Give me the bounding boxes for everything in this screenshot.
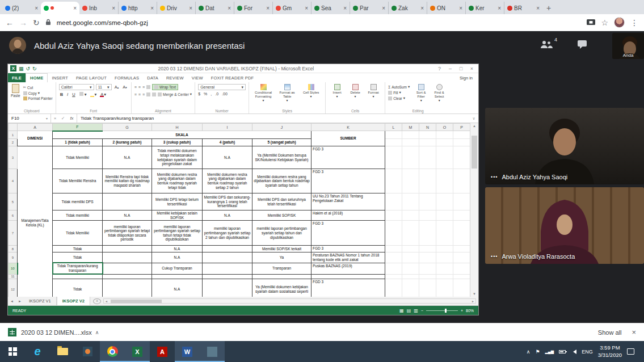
download-menu-icon[interactable]: ∧: [95, 330, 99, 335]
cell[interactable]: [203, 246, 252, 252]
bookmark-star-icon[interactable]: ☆: [601, 19, 608, 27]
row-number[interactable]: 1: [9, 131, 18, 139]
url-text[interactable]: meet.google.com/sme-qboh-gzj: [57, 19, 148, 26]
cell[interactable]: [402, 279, 419, 297]
vertical-scrollbar[interactable]: ▲ ▼: [470, 123, 478, 297]
tab-close-icon[interactable]: ×: [498, 5, 501, 11]
tab-close-icon[interactable]: ×: [266, 5, 270, 11]
cell[interactable]: [385, 169, 402, 193]
cell[interactable]: Tidak memiliki dokumen tetapi melaksanak…: [152, 146, 203, 169]
start-button[interactable]: [0, 341, 25, 362]
cell[interactable]: [203, 274, 252, 279]
formula-bar-expand-icon[interactable]: ∨: [469, 116, 478, 121]
tab-close-icon[interactable]: ×: [343, 5, 347, 11]
cell[interactable]: [436, 246, 453, 252]
cell[interactable]: [453, 274, 470, 279]
wrap-text-button[interactable]: Wrap Text: [152, 84, 178, 90]
cell[interactable]: memiliki laporan pertimbangan syariah se…: [152, 221, 203, 246]
column-header[interactable]: M: [402, 124, 419, 131]
cell[interactable]: [436, 146, 453, 169]
cell[interactable]: [312, 274, 385, 279]
cell-sumber-header[interactable]: SUMBER: [312, 131, 385, 146]
cell[interactable]: [453, 193, 470, 211]
minimize-button[interactable]: –: [446, 66, 454, 71]
sheet-nav-right-icon[interactable]: ►: [16, 300, 24, 303]
fill-button[interactable]: Fill▾: [388, 90, 410, 95]
cell[interactable]: N.A: [203, 211, 252, 221]
browser-tab[interactable]: Par×: [350, 2, 388, 14]
cell[interactable]: [453, 131, 470, 139]
cell[interactable]: [453, 246, 470, 252]
zoom-in-button[interactable]: +: [461, 309, 463, 313]
cell[interactable]: Ya (Memiliki Dokumen berupa SK/Notulensi…: [252, 146, 312, 169]
cell[interactable]: N.A: [152, 246, 203, 252]
cell[interactable]: N.A: [152, 279, 203, 297]
cell[interactable]: [252, 274, 312, 279]
ribbon-tab-view[interactable]: VIEW: [188, 73, 207, 82]
cell[interactable]: 5 (sangat patuh): [252, 139, 312, 146]
cell[interactable]: Puskas BAZNAS (2019): [312, 263, 385, 274]
cell[interactable]: [419, 139, 436, 146]
cell[interactable]: [453, 221, 470, 246]
align-middle-icon[interactable]: ≡: [138, 85, 141, 89]
column-header[interactable]: L: [385, 124, 402, 131]
battery-icon[interactable]: [559, 350, 566, 353]
ribbon-tab-foxit[interactable]: FOXIT READER PDF: [207, 73, 258, 82]
cell[interactable]: [402, 146, 419, 169]
network-icon[interactable]: ▂▄▆: [545, 350, 554, 354]
cell[interactable]: Tidak: [53, 252, 103, 263]
shrink-font-button[interactable]: A▾: [121, 85, 128, 90]
font-size-select[interactable]: 11▾: [96, 84, 112, 90]
increase-decimal-button[interactable]: .0: [215, 92, 218, 96]
cell[interactable]: UU No.23 Tahun 2011 Tentang Pengelolaan …: [312, 193, 385, 211]
orientation-icon[interactable]: [146, 85, 150, 89]
column-header[interactable]: P: [453, 124, 470, 131]
tab-close-icon[interactable]: ×: [420, 5, 424, 11]
cell[interactable]: [419, 279, 436, 297]
cell[interactable]: Memiliki DPS tetapi belum tersertifikasi: [152, 193, 203, 211]
cell[interactable]: [103, 252, 152, 263]
row-number[interactable]: 6: [9, 211, 18, 221]
font-color-button[interactable]: A▾: [99, 92, 107, 97]
sheet-nav-left-icon[interactable]: ◄: [8, 300, 16, 303]
browser-tab[interactable]: (2)×: [2, 2, 41, 14]
cell[interactable]: [385, 252, 402, 263]
column-header-selected[interactable]: F: [53, 124, 103, 131]
browser-tab[interactable]: http×: [118, 2, 157, 14]
cell[interactable]: Tidak memiliki: [53, 211, 103, 221]
find-select-button[interactable]: Find & Select▾: [431, 84, 448, 103]
cell[interactable]: [385, 246, 402, 252]
taskbar-word-button[interactable]: W: [175, 341, 200, 362]
tile-menu-icon[interactable]: •••: [491, 174, 498, 180]
help-button[interactable]: ?: [435, 66, 444, 71]
profile-avatar[interactable]: [614, 17, 625, 28]
taskbar-acrobat-button[interactable]: A: [150, 341, 175, 362]
scroll-thumb[interactable]: [472, 136, 477, 169]
forward-button[interactable]: →: [19, 19, 27, 27]
browser-menu-icon[interactable]: ⋮: [630, 19, 638, 27]
cell[interactable]: [402, 211, 419, 221]
cell[interactable]: FGD 3: [312, 246, 385, 252]
cell[interactable]: Memiliki dokumen restra yang dijabarkan …: [203, 169, 252, 193]
cell[interactable]: [385, 211, 402, 221]
cast-icon[interactable]: [587, 18, 595, 28]
italic-button[interactable]: I: [66, 92, 69, 97]
cell[interactable]: Hakim et al (2018): [312, 211, 385, 221]
name-box-dropdown-icon[interactable]: ▾: [43, 114, 51, 123]
cell[interactable]: [436, 252, 453, 263]
cell[interactable]: Cukup Transparan: [152, 263, 203, 274]
row-number[interactable]: 7: [9, 221, 18, 246]
cell[interactable]: [385, 131, 402, 139]
scroll-up-icon[interactable]: ▲: [470, 124, 478, 128]
cell[interactable]: [103, 263, 152, 274]
cell[interactable]: [436, 279, 453, 297]
cell[interactable]: N.A: [103, 211, 152, 221]
zoom-out-button[interactable]: −: [421, 309, 423, 313]
cell-dimension[interactable]: Manajemen/Tata Kelola (KL): [18, 146, 53, 297]
cell[interactable]: [103, 274, 152, 279]
cell[interactable]: [453, 146, 470, 169]
cell[interactable]: [402, 274, 419, 279]
cell[interactable]: [436, 169, 453, 193]
cell[interactable]: [436, 131, 453, 139]
cell[interactable]: Tidak Memiliki: [53, 221, 103, 246]
